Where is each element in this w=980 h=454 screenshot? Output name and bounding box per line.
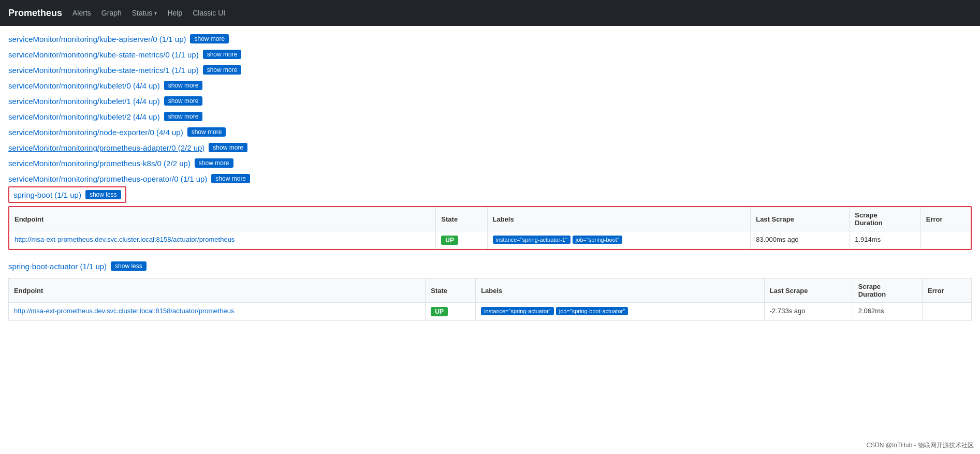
service-link-sm-prometheus-k8s-0[interactable]: serviceMonitor/monitoring/prometheus-k8s… — [8, 159, 191, 168]
service-list: serviceMonitor/monitoring/kube-apiserver… — [8, 31, 972, 186]
service-row-sm-kubelet-0: serviceMonitor/monitoring/kubelet/0 (4/4… — [8, 78, 972, 93]
service-link-sm-prometheus-operator-0[interactable]: serviceMonitor/monitoring/prometheus-ope… — [8, 174, 207, 183]
spring-boot-table: Endpoint State Labels Last Scrape Scrape… — [9, 207, 971, 249]
service-row-sm-kube-state-metrics-1: serviceMonitor/monitoring/kube-state-met… — [8, 62, 972, 78]
show-more-button-sm-prometheus-k8s-0[interactable]: show more — [195, 158, 233, 168]
service-row-sm-prometheus-adapter-0: serviceMonitor/monitoring/prometheus-ada… — [8, 140, 972, 155]
label-badge: job="spring-boot" — [573, 236, 622, 244]
th-scrape-duration-2: ScrapeDuration — [853, 279, 922, 303]
th-state: State — [436, 207, 487, 231]
service-row-sm-kubelet-2: serviceMonitor/monitoring/kubelet/2 (4/4… — [8, 109, 972, 124]
show-more-button-sm-kube-state-metrics-0[interactable]: show more — [203, 50, 242, 59]
label-badge: instance="spring-actuator-1" — [493, 236, 571, 244]
spring-boot-header: spring-boot (1/1 up) show less — [8, 186, 126, 203]
chevron-down-icon: ▾ — [154, 10, 157, 16]
spring-boot-actuator-header: spring-boot-actuator (1/1 up) show less — [8, 258, 972, 274]
spring-boot-actuator-show-less-button[interactable]: show less — [111, 261, 147, 271]
last-scrape-value: -2.733s ago — [764, 303, 853, 321]
table-row: http://msa-ext-prometheus.dev.svc.cluste… — [9, 303, 971, 321]
navbar-brand[interactable]: Prometheus — [8, 8, 62, 19]
service-row-sm-kube-state-metrics-0: serviceMonitor/monitoring/kube-state-met… — [8, 47, 972, 62]
spring-boot-actuator-table: Endpoint State Labels Last Scrape Scrape… — [9, 279, 971, 320]
service-link-sm-kube-apiserver[interactable]: serviceMonitor/monitoring/kube-apiserver… — [8, 35, 186, 43]
show-more-button-sm-kube-state-metrics-1[interactable]: show more — [203, 65, 242, 75]
th-error-2: Error — [923, 279, 971, 303]
show-more-button-sm-node-exporter-0[interactable]: show more — [187, 127, 226, 137]
th-last-scrape: Last Scrape — [751, 207, 850, 231]
navbar-item-status[interactable]: Status ▾ — [132, 9, 157, 17]
spring-boot-actuator-table-wrap: Endpoint State Labels Last Scrape Scrape… — [8, 278, 972, 321]
spring-boot-show-less-button[interactable]: show less — [85, 190, 121, 199]
service-link-sm-kube-state-metrics-1[interactable]: serviceMonitor/monitoring/kube-state-met… — [8, 66, 199, 75]
scrape-duration-value: 2.062ms — [853, 303, 922, 321]
endpoint-link[interactable]: http://msa-ext-prometheus.dev.svc.cluste… — [14, 236, 235, 243]
scrape-duration-value: 1.914ms — [850, 231, 921, 250]
service-link-sm-kube-state-metrics-0[interactable]: serviceMonitor/monitoring/kube-state-met… — [8, 50, 199, 59]
show-more-button-sm-kube-apiserver[interactable]: show more — [190, 34, 229, 43]
show-more-button-sm-kubelet-0[interactable]: show more — [164, 81, 203, 90]
th-endpoint: Endpoint — [9, 207, 436, 231]
th-scrape-duration: ScrapeDuration — [850, 207, 921, 231]
th-last-scrape-2: Last Scrape — [764, 279, 853, 303]
state-badge: UP — [441, 236, 458, 245]
th-error: Error — [920, 207, 971, 231]
th-labels: Labels — [487, 207, 751, 231]
table-row: http://msa-ext-prometheus.dev.svc.cluste… — [9, 231, 971, 250]
spring-boot-section: spring-boot (1/1 up) show less Endpoint … — [8, 186, 972, 250]
service-link-sm-node-exporter-0[interactable]: serviceMonitor/monitoring/node-exporter/… — [8, 128, 183, 137]
show-more-button-sm-prometheus-operator-0[interactable]: show more — [211, 174, 250, 183]
spring-boot-link[interactable]: spring-boot (1/1 up) — [13, 191, 81, 199]
state-badge: UP — [431, 307, 448, 316]
th-endpoint-2: Endpoint — [9, 279, 426, 303]
service-link-sm-kubelet-2[interactable]: serviceMonitor/monitoring/kubelet/2 (4/4… — [8, 112, 160, 121]
show-more-button-sm-kubelet-2[interactable]: show more — [164, 112, 203, 121]
service-row-sm-kubelet-1: serviceMonitor/monitoring/kubelet/1 (4/4… — [8, 93, 972, 109]
service-row-sm-node-exporter-0: serviceMonitor/monitoring/node-exporter/… — [8, 124, 972, 140]
show-more-button-sm-kubelet-1[interactable]: show more — [164, 96, 203, 106]
spring-boot-actuator-section: spring-boot-actuator (1/1 up) show less … — [8, 258, 972, 321]
service-link-sm-prometheus-adapter-0[interactable]: serviceMonitor/monitoring/prometheus-ada… — [8, 143, 204, 152]
navbar-item-alerts[interactable]: Alerts — [72, 7, 91, 19]
navbar-item-help[interactable]: Help — [167, 7, 182, 19]
service-row-sm-prometheus-k8s-0: serviceMonitor/monitoring/prometheus-k8s… — [8, 155, 972, 171]
error-value — [920, 231, 971, 250]
service-link-sm-kubelet-1[interactable]: serviceMonitor/monitoring/kubelet/1 (4/4… — [8, 97, 160, 106]
navbar-item-graph[interactable]: Graph — [101, 7, 122, 19]
th-labels-2: Labels — [476, 279, 765, 303]
navbar: Prometheus Alerts Graph Status ▾ Help Cl… — [0, 0, 980, 26]
spring-boot-table-wrap: Endpoint State Labels Last Scrape Scrape… — [8, 206, 972, 250]
service-link-sm-kubelet-0[interactable]: serviceMonitor/monitoring/kubelet/0 (4/4… — [8, 81, 160, 90]
navbar-item-classic-ui[interactable]: Classic UI — [193, 7, 225, 19]
error-value — [923, 303, 971, 321]
service-row-sm-kube-apiserver: serviceMonitor/monitoring/kube-apiserver… — [8, 31, 972, 47]
spring-boot-actuator-link[interactable]: spring-boot-actuator (1/1 up) — [8, 262, 107, 271]
service-row-sm-prometheus-operator-0: serviceMonitor/monitoring/prometheus-ope… — [8, 171, 972, 186]
main-content: serviceMonitor/monitoring/kube-apiserver… — [0, 26, 980, 334]
last-scrape-value: 83.000ms ago — [751, 231, 850, 250]
th-state-2: State — [426, 279, 476, 303]
show-more-button-sm-prometheus-adapter-0[interactable]: show more — [209, 143, 247, 152]
label-badge: job="spring-boot-actuator" — [556, 307, 628, 315]
label-badge: instance="spring-actuator" — [481, 307, 554, 315]
endpoint-link[interactable]: http://msa-ext-prometheus.dev.svc.cluste… — [14, 307, 234, 315]
